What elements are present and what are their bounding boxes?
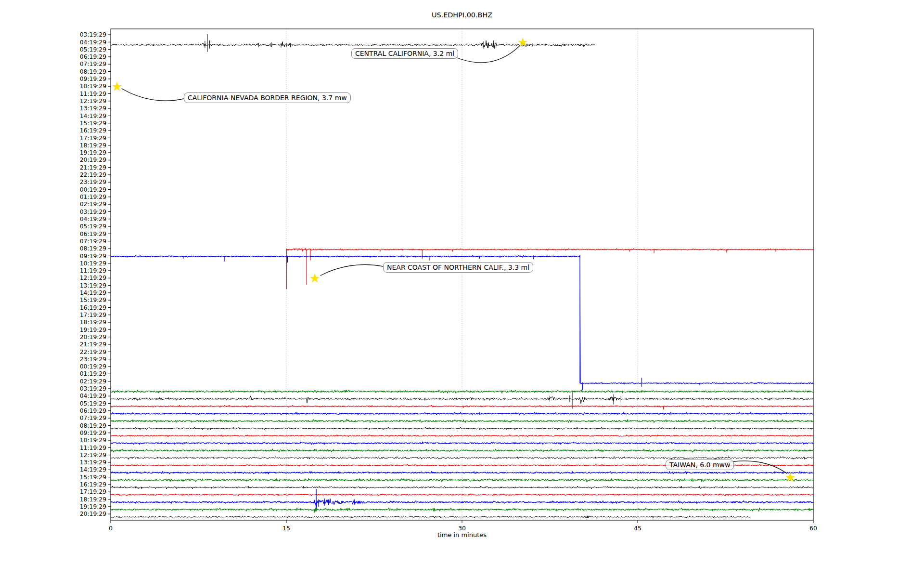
y-tick-label: 07:19:29 [80, 238, 106, 245]
y-tick-label: 15:19:29 [80, 120, 106, 127]
y-tick-label: 18:19:29 [80, 142, 106, 149]
y-tick-label: 19:19:29 [80, 503, 106, 510]
y-tick-label: 12:19:29 [80, 98, 106, 105]
y-tick-label: 08:19:29 [80, 422, 106, 429]
y-tick-label: 02:19:29 [80, 201, 106, 208]
y-tick-label: 21:19:29 [80, 341, 106, 348]
y-tick-label: 22:19:29 [80, 349, 106, 355]
y-tick-label: 12:19:29 [80, 275, 106, 281]
x-tick-label: 30 [458, 525, 466, 532]
y-tick-label: 09:19:29 [80, 76, 106, 82]
event-annotation-taiwan: TAIWAN, 6.0 mww [666, 460, 734, 470]
y-tick-label: 22:19:29 [80, 171, 106, 178]
y-tick-label: 05:19:29 [80, 46, 106, 53]
y-tick-label: 10:19:29 [80, 260, 106, 267]
y-tick-label: 15:19:29 [80, 297, 106, 303]
y-tick-label: 07:19:29 [80, 61, 106, 67]
y-tick-label: 14:19:29 [80, 289, 106, 296]
y-tick-label: 15:19:29 [80, 474, 106, 481]
y-tick-label: 06:19:29 [80, 407, 106, 414]
y-tick-label: 04:19:29 [80, 216, 106, 223]
y-tick-label: 09:19:29 [80, 253, 106, 260]
seismic-trace-row-29 [286, 249, 813, 289]
x-axis-label: time in minutes [111, 531, 813, 539]
y-tick-label: 13:19:29 [80, 459, 106, 466]
event-star-icon [112, 82, 122, 91]
dayplot-page: 03:19:2904:19:2905:19:2906:19:2907:19:29… [0, 0, 924, 578]
y-tick-label: 07:19:29 [80, 415, 106, 421]
event-annotation-label: CALIFORNIA-NEVADA BORDER REGION, 3.7 mw [188, 94, 347, 102]
y-tick-label: 08:19:29 [80, 68, 106, 75]
y-tick-label: 01:19:29 [80, 370, 106, 377]
x-tick-label: 15 [282, 525, 290, 532]
y-tick-label: 03:19:29 [80, 209, 106, 215]
y-tick-label: 02:19:29 [80, 378, 106, 385]
x-tick-label: 0 [109, 525, 113, 532]
event-annotation-label: NEAR COAST OF NORTHERN CALIF., 3.3 ml [387, 263, 529, 271]
y-tick-label: 03:19:29 [80, 385, 106, 392]
seismic-trace-row-54 [111, 435, 813, 437]
y-tick-label: 00:19:29 [80, 186, 106, 193]
y-tick-label: 14:19:29 [80, 466, 106, 473]
y-tick-label: 04:19:29 [80, 393, 106, 399]
y-tick-label: 20:19:29 [80, 334, 106, 341]
y-tick-label: 13:19:29 [80, 282, 106, 289]
tick-marks [108, 35, 813, 523]
y-tick-label: 06:19:29 [80, 53, 106, 60]
y-tick-label: 16:19:29 [80, 304, 106, 311]
y-tick-label: 19:19:29 [80, 327, 106, 333]
y-tick-label: 08:19:29 [80, 245, 106, 252]
y-tick-label: 05:19:29 [80, 400, 106, 407]
seismic-trace-row-30 [111, 255, 813, 390]
event-stars [112, 38, 795, 482]
y-tick-label: 03:19:29 [80, 31, 106, 38]
x-tick-label: 60 [809, 525, 817, 532]
dayplot-svg: 03:19:2904:19:2905:19:2906:19:2907:19:29… [0, 0, 924, 578]
x-axis-tick-labels: 015304560 [109, 525, 817, 532]
y-tick-label: 11:19:29 [80, 91, 106, 97]
y-tick-label: 09:19:29 [80, 430, 106, 436]
y-tick-label: 18:19:29 [80, 319, 106, 326]
annotation-connectors [122, 46, 787, 473]
y-axis-labels: 03:19:2904:19:2905:19:2906:19:2907:19:29… [80, 31, 106, 517]
event-annotation-label: CENTRAL CALIFORNIA, 3.2 ml [355, 50, 454, 57]
event-annotation-near-coast: NEAR COAST OF NORTHERN CALIF., 3.3 ml [383, 262, 533, 273]
y-tick-label: 11:19:29 [80, 267, 106, 274]
y-tick-label: 23:19:29 [80, 179, 106, 185]
event-annotation-california-nevada: CALIFORNIA-NEVADA BORDER REGION, 3.7 mw [184, 92, 351, 103]
y-tick-label: 17:19:29 [80, 312, 106, 318]
y-tick-label: 01:19:29 [80, 194, 106, 200]
y-tick-label: 13:19:29 [80, 105, 106, 112]
event-star-icon [310, 274, 320, 283]
seismic-trace-row-53 [111, 427, 813, 430]
event-annotation-label: TAIWAN, 6.0 mww [669, 461, 730, 469]
annotation-connector [453, 46, 519, 63]
page-title: US.EDHPI.00.BHZ [111, 11, 813, 19]
y-tick-label: 11:19:29 [80, 445, 106, 451]
seismic-trace-row-64 [111, 508, 813, 512]
y-tick-label: 17:19:29 [80, 135, 106, 142]
y-tick-label: 16:19:29 [80, 481, 106, 488]
annotation-connector [122, 89, 184, 101]
y-tick-label: 10:19:29 [80, 83, 106, 90]
y-tick-label: 20:19:29 [80, 511, 106, 517]
seismic-trace-row-65 [111, 516, 750, 518]
y-tick-label: 21:19:29 [80, 164, 106, 171]
y-tick-label: 10:19:29 [80, 437, 106, 444]
y-tick-label: 20:19:29 [80, 157, 106, 163]
y-tick-label: 00:19:29 [80, 363, 106, 370]
y-tick-label: 18:19:29 [80, 496, 106, 503]
y-tick-label: 06:19:29 [80, 231, 106, 237]
y-tick-label: 23:19:29 [80, 356, 106, 363]
y-tick-label: 19:19:29 [80, 149, 106, 156]
annotation-connector [321, 264, 383, 276]
y-tick-label: 04:19:29 [80, 39, 106, 46]
y-tick-label: 14:19:29 [80, 113, 106, 119]
seismic-trace-row-62 [111, 494, 813, 496]
x-tick-label: 45 [634, 525, 642, 532]
y-tick-label: 16:19:29 [80, 127, 106, 134]
y-tick-label: 12:19:29 [80, 452, 106, 459]
y-tick-label: 05:19:29 [80, 223, 106, 230]
event-annotation-central-california: CENTRAL CALIFORNIA, 3.2 ml [351, 48, 458, 59]
y-tick-label: 17:19:29 [80, 488, 106, 495]
